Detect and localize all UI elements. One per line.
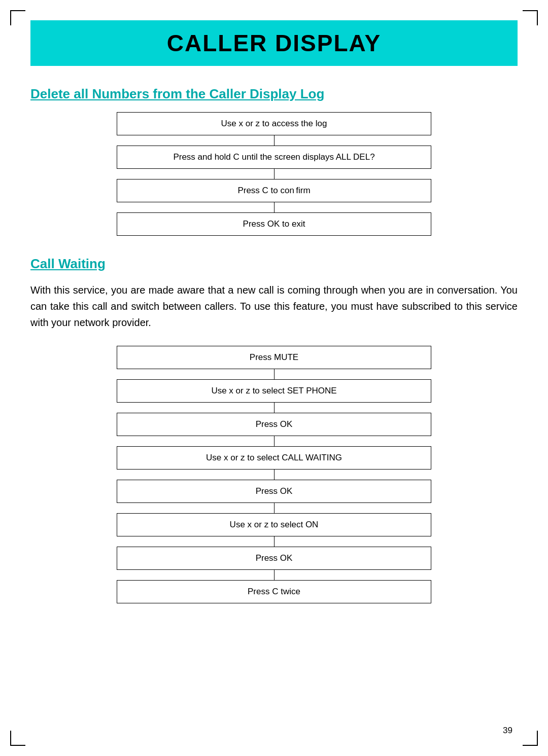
flow-connector-s1-2	[274, 169, 275, 179]
flow-box-s1-1: Use x or z to access the log	[117, 112, 431, 135]
flow-connector-s2-5	[274, 503, 275, 513]
flow-connector-s2-4	[274, 470, 275, 480]
section1-heading: Delete all Numbers from the Caller Displ…	[30, 86, 518, 102]
flow-connector-s2-3	[274, 436, 275, 446]
flow-box-s2-6: Use x or z to select ON	[117, 513, 431, 536]
section-call-waiting: Call Waiting With this service, you are …	[30, 256, 518, 603]
flow-box-s2-2: Use x or z to select SET PHONE	[117, 379, 431, 403]
page-number: 39	[503, 726, 512, 736]
flow-connector-s2-2	[274, 403, 275, 413]
flow-box-s1-4: Press OK to exit	[117, 212, 431, 236]
section-delete-numbers: Delete all Numbers from the Caller Displ…	[30, 86, 518, 236]
flow-box-s2-5: Press OK	[117, 480, 431, 503]
corner-mark-br	[523, 731, 538, 746]
flow-box-s2-7: Press OK	[117, 547, 431, 570]
page-header: CALLER DISPLAY	[30, 20, 518, 66]
section2-flow: Press MUTE Use x or z to select SET PHON…	[117, 346, 431, 603]
corner-mark-tl	[10, 10, 25, 25]
section2-body: With this service, you are made aware th…	[30, 282, 518, 331]
flow-connector-s2-7	[274, 570, 275, 580]
page-title: CALLER DISPLAY	[41, 29, 507, 57]
flow-connector-s2-6	[274, 536, 275, 547]
flow-box-s2-3: Press OK	[117, 413, 431, 436]
flow-box-s1-2: Press and hold C until the screen displa…	[117, 146, 431, 169]
section2-heading: Call Waiting	[30, 256, 518, 272]
flow-box-s1-3: Press C to con firm	[117, 179, 431, 202]
corner-mark-bl	[10, 731, 25, 746]
corner-mark-tr	[523, 10, 538, 25]
section1-flow: Use x or z to access the log Press and h…	[117, 112, 431, 236]
flow-connector-s1-1	[274, 135, 275, 146]
flow-box-s2-1: Press MUTE	[117, 346, 431, 369]
flow-box-s2-8: Press C twice	[117, 580, 431, 603]
flow-connector-s2-1	[274, 369, 275, 379]
flow-connector-s1-3	[274, 202, 275, 212]
flow-box-s2-4: Use x or z to select CALL WAITING	[117, 446, 431, 470]
